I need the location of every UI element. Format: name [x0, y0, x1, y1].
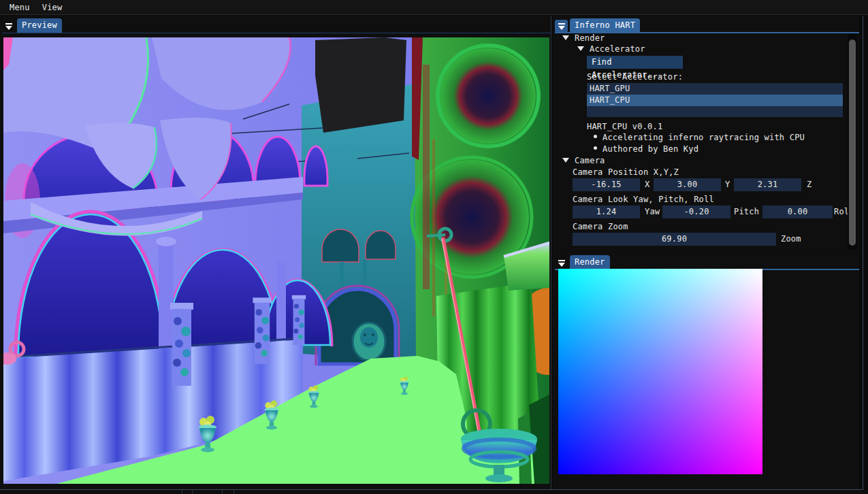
bullet-text: Accelerating inferno raytracing with CPU [602, 133, 805, 142]
tree-node-label: Render [575, 33, 605, 43]
chevron-down-icon [558, 263, 565, 267]
camera-position-fields: -16.15 X 3.00 Y 2.31 Z [553, 178, 848, 191]
border-tick [222, 490, 223, 494]
border-tick [182, 490, 182, 494]
camera-zoom-input[interactable]: 69.90 [573, 233, 776, 246]
tree-open-icon [577, 46, 584, 51]
preview-render-image [3, 37, 549, 484]
camera-roll-input[interactable]: 0.00 [762, 205, 833, 218]
inspector-scrollbar [848, 34, 857, 250]
accelerator-info-bullet: Authored by Ben Kyd [553, 144, 848, 154]
camera-pitch-input[interactable]: -0.20 [662, 205, 730, 218]
window-menu-icon [558, 23, 565, 24]
bullet-text: Authored by Ben Kyd [602, 144, 698, 154]
render-tab-bar: Render [555, 256, 859, 269]
tree-node-label: Accelerator [590, 44, 645, 54]
preview-tab-bar: Preview [2, 19, 551, 33]
camera-zoom-field-label: Zoom [781, 233, 801, 246]
inspector-window: Inferno HART Render Accelerator Find Acc… [553, 16, 859, 252]
tab-inferno-hart[interactable]: Inferno HART [570, 18, 640, 33]
border-tick [192, 490, 193, 494]
chevron-down-icon [558, 26, 565, 30]
bullet-icon [594, 146, 597, 150]
render-window: Render [553, 252, 859, 489]
tab-render[interactable]: Render [570, 255, 610, 269]
tree-open-icon [562, 35, 569, 40]
camera-position-label: Camera Position X,Y,Z [553, 167, 848, 178]
inspector-window-menu-button[interactable] [555, 20, 568, 33]
bottom-strip [0, 490, 868, 494]
camera-pos-y-input[interactable]: 3.00 [654, 178, 721, 191]
window-menu-icon [5, 23, 12, 24]
camera-zoom-label: Camera Zoom [553, 221, 848, 232]
camera-look-label: Camera Look Yaw, Pitch, Roll [553, 194, 848, 205]
preview-render-viewport[interactable] [3, 37, 549, 484]
camera-roll-label: Roll [834, 205, 848, 218]
scrollbar-grab[interactable] [849, 39, 856, 246]
bullet-icon [594, 135, 597, 138]
inspector-tab-bar: Inferno HART [555, 19, 859, 33]
camera-look-fields: 1.24 Yaw -0.20 Pitch 0.00 Roll [553, 205, 848, 218]
tree-node-accelerator[interactable]: Accelerator [553, 44, 848, 54]
camera-pos-x-label: X [645, 178, 649, 191]
accelerator-listbox: HART_GPU HART_CPU [587, 83, 843, 117]
camera-yaw-label: Yaw [645, 205, 660, 218]
camera-pos-z-label: Z [807, 178, 811, 191]
tree-node-render[interactable]: Render [553, 33, 848, 44]
preview-window: Preview [0, 16, 551, 489]
panel-divider[interactable] [551, 16, 551, 489]
menu-bar: Menu View [0, 0, 868, 15]
select-accelerator-label: Select Accelerator: [553, 71, 848, 82]
render-window-menu-button[interactable] [555, 257, 568, 269]
border-tick [234, 490, 234, 494]
menu-item-view[interactable]: View [36, 3, 69, 12]
accelerator-info-title: HART_CPU v0.0.1 [553, 121, 848, 132]
accelerator-option-0[interactable]: HART_GPU [587, 83, 843, 95]
inspector-content: Render Accelerator Find Accelerator... S… [553, 33, 848, 252]
tab-preview[interactable]: Preview [17, 18, 62, 33]
host-window-border-right [863, 16, 863, 490]
camera-yaw-input[interactable]: 1.24 [573, 205, 640, 218]
camera-pos-x-input[interactable]: -16.15 [573, 178, 640, 191]
camera-zoom-row: 69.90 Zoom [553, 233, 848, 246]
accelerator-option-1[interactable]: HART_CPU [587, 95, 843, 106]
tab-bar-separator [2, 33, 551, 33]
tree-node-camera[interactable]: Camera [553, 155, 848, 166]
camera-pos-z-input[interactable]: 2.31 [734, 178, 801, 191]
accelerator-info-bullet: Accelerating inferno raytracing with CPU [553, 132, 848, 143]
camera-pos-y-label: Y [725, 178, 730, 191]
tree-open-icon [562, 158, 569, 163]
menu-item-menu[interactable]: Menu [3, 3, 36, 12]
find-accelerator-button[interactable]: Find Accelerator... [587, 56, 683, 69]
tree-node-label: Camera [575, 156, 605, 165]
window-menu-icon [558, 260, 565, 261]
render-output-image [558, 269, 762, 474]
preview-window-menu-button[interactable] [2, 20, 15, 33]
camera-pitch-label: Pitch [734, 205, 759, 218]
chevron-down-icon [5, 26, 12, 30]
